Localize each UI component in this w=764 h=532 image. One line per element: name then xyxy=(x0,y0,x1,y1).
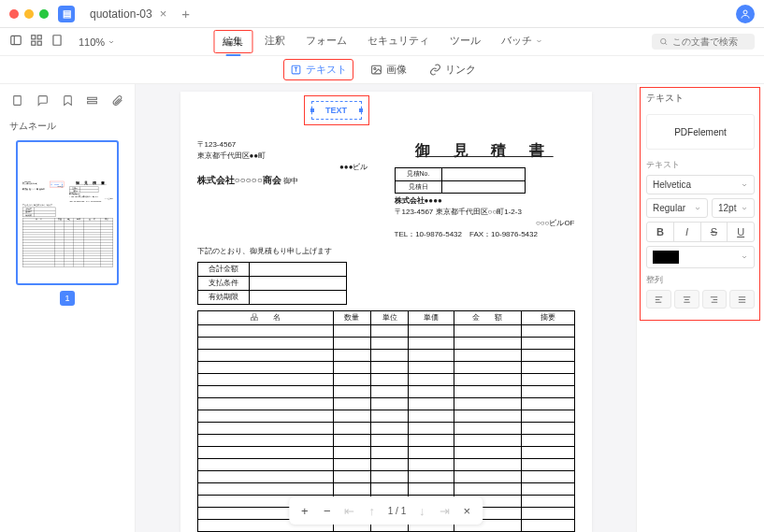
thumbnail-panel: サムネール TEXT 〒123-4567 東京都千代田区●●町 ●●●ビル 株式… xyxy=(0,84,136,532)
title-bar: ▤ quotation-03 × + xyxy=(0,0,764,28)
add-tab-button[interactable]: + xyxy=(181,6,190,22)
svg-rect-1 xyxy=(11,36,22,44)
next-page-button[interactable]: ↓ xyxy=(411,500,432,521)
menu-security[interactable]: セキュリティ xyxy=(359,30,438,53)
document-viewport[interactable]: TEXT 〒123-4567 東京都千代田区●●町 ●●●ビル 株式会社○○○○… xyxy=(136,84,636,532)
search-icon xyxy=(659,36,668,47)
align-right-button[interactable] xyxy=(702,290,728,309)
svg-point-12 xyxy=(373,67,375,69)
line-items-table: 品 名数量単位単価金 額摘要 xyxy=(22,218,113,266)
zoom-dropdown[interactable]: 110% xyxy=(79,36,115,48)
svg-rect-6 xyxy=(37,41,41,45)
thumb-tab-icon[interactable] xyxy=(11,93,23,110)
svg-line-9 xyxy=(665,43,667,45)
last-page-button[interactable]: ⇥ xyxy=(434,500,454,521)
first-page-button[interactable]: ⇤ xyxy=(339,500,360,521)
color-swatch xyxy=(653,251,679,264)
text-style-group: B I S U xyxy=(646,222,755,242)
prev-page-button[interactable]: ↑ xyxy=(362,500,382,521)
menu-batch[interactable]: バッチ xyxy=(493,30,551,53)
document-title: 御 見 積 書 xyxy=(69,180,112,185)
attachment-tab-icon[interactable] xyxy=(111,93,123,110)
image-icon xyxy=(370,64,382,76)
svg-point-0 xyxy=(743,10,747,14)
alignment-group xyxy=(646,290,755,309)
annotation-highlight xyxy=(50,181,64,188)
document-tab[interactable]: quotation-03 × xyxy=(82,3,174,24)
menu-edit[interactable]: 編集 xyxy=(213,30,252,53)
close-tab-icon[interactable]: × xyxy=(160,7,167,21)
close-navigator-button[interactable]: × xyxy=(456,500,477,521)
resize-handle-right[interactable] xyxy=(359,108,363,112)
align-center-button[interactable] xyxy=(674,290,699,309)
align-section-label: 整列 xyxy=(646,274,755,286)
menu-form[interactable]: フォーム xyxy=(297,30,355,53)
text-preview: PDFelement xyxy=(646,114,755,150)
page-thumbnail[interactable]: TEXT 〒123-4567 東京都千代田区●●町 ●●●ビル 株式会社○○○○… xyxy=(16,140,119,285)
summary-table: 合計金額支払条件有効期限 xyxy=(197,262,347,305)
app-icon: ▤ xyxy=(58,6,75,22)
text-edit-box[interactable]: TEXT xyxy=(311,101,362,120)
quote-meta-table: 見積No.見積日 xyxy=(395,167,526,194)
thumbnail-panel-label: サムネール xyxy=(9,120,125,133)
text-edit-box[interactable]: TEXT xyxy=(51,182,63,186)
document-page[interactable]: TEXT 〒123-4567 東京都千代田区●●町 ●●●ビル 株式会社○○○○… xyxy=(180,92,592,532)
properties-header: テキスト xyxy=(646,92,755,105)
link-icon xyxy=(429,64,441,76)
text-section-label: テキスト xyxy=(646,159,755,171)
main-menu: 編集 注釈 フォーム セキュリティ ツール バッチ xyxy=(213,30,551,53)
search-box[interactable] xyxy=(652,34,755,50)
resize-handle-left[interactable] xyxy=(51,184,52,185)
user-avatar[interactable] xyxy=(736,5,755,23)
bold-button[interactable]: B xyxy=(647,223,674,241)
search-input[interactable] xyxy=(672,36,747,47)
page-indicator: 1 / 1 xyxy=(384,506,410,516)
text-color-select[interactable] xyxy=(646,246,755,268)
font-weight-select[interactable]: Regular xyxy=(646,198,708,218)
zoom-in-button[interactable]: + xyxy=(295,500,315,521)
view-controls: 110% xyxy=(9,34,115,50)
zoom-value: 110% xyxy=(79,36,105,48)
summary-table: 合計金額支払条件有効期限 xyxy=(22,208,55,217)
svg-rect-13 xyxy=(14,96,22,106)
menu-annotate[interactable]: 注釈 xyxy=(256,30,294,53)
bookmark-tab-icon[interactable] xyxy=(62,93,74,110)
comments-tab-icon[interactable] xyxy=(36,93,49,110)
svg-rect-14 xyxy=(88,97,97,99)
resize-handle-left[interactable] xyxy=(310,108,314,112)
document-title: 御 見 積 書 xyxy=(395,139,575,162)
svg-rect-3 xyxy=(32,35,36,38)
font-family-select[interactable]: Helvetica xyxy=(646,175,755,194)
italic-button[interactable]: I xyxy=(674,223,701,241)
maximize-window-button[interactable] xyxy=(39,9,49,19)
page-view-icon[interactable] xyxy=(50,34,64,50)
strike-button[interactable]: S xyxy=(701,223,728,241)
window-controls xyxy=(9,9,49,19)
align-justify-button[interactable] xyxy=(729,290,755,309)
align-left-button[interactable] xyxy=(646,290,671,309)
document-tab-label: quotation-03 xyxy=(90,7,152,21)
svg-rect-4 xyxy=(37,35,41,38)
sidebar-toggle-icon[interactable] xyxy=(9,34,22,50)
close-window-button[interactable] xyxy=(9,9,19,19)
menu-tools[interactable]: ツール xyxy=(441,30,489,53)
quote-meta-table: 見積No.見積日 xyxy=(69,187,98,193)
resize-handle-right[interactable] xyxy=(62,184,63,185)
text-icon xyxy=(290,64,302,76)
edit-sub-toolbar: テキスト 画像 リンク xyxy=(0,56,764,84)
sub-image-button[interactable]: 画像 xyxy=(365,60,412,79)
sub-link-button[interactable]: リンク xyxy=(424,60,482,79)
layers-tab-icon[interactable] xyxy=(86,93,98,110)
svg-rect-5 xyxy=(32,41,36,45)
main-toolbar: 110% 編集 注釈 フォーム セキュリティ ツール バッチ xyxy=(0,28,764,56)
underline-button[interactable]: U xyxy=(728,223,754,241)
page-navigator: + − ⇤ ↑ 1 / 1 ↓ ⇥ × xyxy=(289,496,483,525)
grid-view-icon[interactable] xyxy=(30,34,43,50)
svg-point-8 xyxy=(661,38,666,43)
svg-rect-7 xyxy=(53,35,61,45)
font-size-select[interactable]: 12pt xyxy=(712,198,755,218)
zoom-out-button[interactable]: − xyxy=(317,500,338,521)
page-number-badge: 1 xyxy=(60,291,75,306)
sub-text-button[interactable]: テキスト xyxy=(283,59,353,80)
minimize-window-button[interactable] xyxy=(24,9,34,19)
